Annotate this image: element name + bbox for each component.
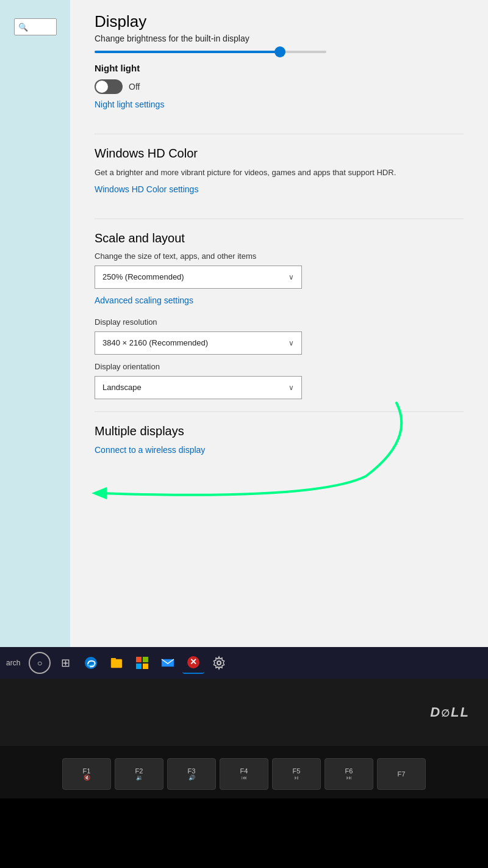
file-explorer-button[interactable] bbox=[106, 652, 127, 674]
file-explorer-icon bbox=[109, 656, 124, 670]
night-light-status: Off bbox=[129, 82, 140, 92]
scale-value: 250% (Recommended) bbox=[102, 272, 184, 281]
night-light-toggle-row: Off bbox=[95, 79, 464, 94]
resolution-label: Display resolution bbox=[95, 317, 464, 327]
svg-rect-5 bbox=[136, 657, 142, 662]
function-key-row: F1 🔇 F2 🔉 F3 🔊 F4 ⏮ F5 ⏯ F6 ⏭ F7 bbox=[62, 758, 426, 790]
scale-layout-title: Scale and layout bbox=[95, 231, 464, 245]
toggle-knob bbox=[96, 81, 108, 93]
f3-sub-icon: 🔊 bbox=[188, 775, 195, 781]
f3-key[interactable]: F3 🔊 bbox=[167, 758, 216, 790]
app-x-icon: ✕ bbox=[186, 655, 201, 670]
taskbar-search: arch bbox=[6, 659, 20, 667]
search-box[interactable]: 🔍 bbox=[14, 18, 57, 35]
orientation-dropdown[interactable]: Landscape ∨ bbox=[95, 376, 302, 399]
hd-color-desc: Get a brighter and more vibrant picture … bbox=[95, 167, 464, 179]
scale-dropdown[interactable]: 250% (Recommended) ∨ bbox=[95, 266, 302, 289]
brightness-slider-container[interactable] bbox=[95, 51, 464, 53]
orientation-chevron-icon: ∨ bbox=[289, 383, 294, 392]
f7-label: F7 bbox=[398, 770, 406, 778]
svg-rect-6 bbox=[143, 657, 148, 662]
app-x-button[interactable]: ✕ bbox=[182, 652, 204, 674]
ms-store-button[interactable] bbox=[131, 652, 153, 674]
settings-icon bbox=[212, 656, 226, 670]
brightness-label: Change brightness for the built-in displ… bbox=[95, 34, 464, 43]
sidebar: 🔍 bbox=[0, 0, 70, 647]
orientation-label: Display orientation bbox=[95, 362, 464, 371]
brightness-thumb[interactable] bbox=[274, 46, 285, 57]
f6-sub-icon: ⏭ bbox=[346, 775, 352, 781]
hd-color-settings-link[interactable]: Windows HD Color settings bbox=[95, 184, 198, 194]
edge-icon bbox=[84, 656, 98, 670]
f4-label: F4 bbox=[240, 767, 248, 775]
svg-text:✕: ✕ bbox=[190, 657, 197, 667]
scale-chevron-icon: ∨ bbox=[289, 273, 294, 281]
svg-rect-7 bbox=[136, 664, 142, 669]
taskbar: arch ○ ⊞ bbox=[0, 647, 488, 679]
mail-icon bbox=[160, 656, 175, 670]
mail-button[interactable] bbox=[157, 652, 179, 674]
f4-key[interactable]: F4 ⏮ bbox=[220, 758, 268, 790]
search-icon: 🔍 bbox=[18, 23, 28, 32]
f2-key[interactable]: F2 🔉 bbox=[115, 758, 163, 790]
night-light-toggle[interactable] bbox=[95, 79, 123, 94]
f5-label: F5 bbox=[293, 767, 301, 775]
night-light-settings-link[interactable]: Night light settings bbox=[95, 99, 164, 109]
hd-color-title: Windows HD Color bbox=[95, 146, 464, 161]
task-view-icon: ⊞ bbox=[61, 656, 70, 670]
f5-key[interactable]: F5 ⏯ bbox=[272, 758, 321, 790]
f7-key[interactable]: F7 bbox=[377, 758, 426, 790]
svg-rect-8 bbox=[143, 664, 148, 669]
svg-point-12 bbox=[217, 661, 221, 665]
f5-sub-icon: ⏯ bbox=[294, 775, 300, 781]
main-content: Display Change brightness for the built-… bbox=[70, 0, 488, 647]
resolution-dropdown[interactable]: 3840 × 2160 (Recommended) ∨ bbox=[95, 331, 302, 355]
page-title: Display bbox=[95, 12, 464, 31]
f1-label: F1 bbox=[83, 767, 91, 775]
f1-key[interactable]: F1 🔇 bbox=[62, 758, 111, 790]
taskbar-search-text: arch bbox=[6, 659, 20, 667]
keyboard-area: F1 🔇 F2 🔉 F3 🔊 F4 ⏮ F5 ⏯ F6 ⏭ F7 bbox=[0, 746, 488, 798]
task-view-button[interactable]: ⊞ bbox=[54, 652, 76, 674]
settings-button[interactable] bbox=[208, 652, 230, 674]
f4-sub-icon: ⏮ bbox=[242, 775, 247, 781]
multiple-displays-title: Multiple displays bbox=[95, 424, 464, 438]
scale-size-label: Change the size of text, apps, and other… bbox=[95, 251, 464, 261]
night-light-heading: Night light bbox=[95, 63, 464, 73]
dell-logo: D∅LL bbox=[430, 704, 470, 720]
edge-button[interactable] bbox=[80, 652, 102, 674]
f2-label: F2 bbox=[135, 767, 143, 775]
f6-key[interactable]: F6 ⏭ bbox=[325, 758, 373, 790]
brightness-track[interactable] bbox=[95, 51, 326, 53]
divider-1 bbox=[95, 134, 464, 134]
f6-label: F6 bbox=[345, 767, 353, 775]
windows-icon: ○ bbox=[37, 658, 42, 668]
resolution-value: 3840 × 2160 (Recommended) bbox=[102, 338, 208, 347]
multiple-displays-section: Multiple displays Connect to a wireless … bbox=[95, 424, 464, 467]
laptop-bezel: D∅LL bbox=[0, 679, 488, 746]
divider-3 bbox=[95, 411, 464, 412]
ms-store-icon bbox=[135, 656, 149, 670]
start-button[interactable]: ○ bbox=[29, 652, 51, 674]
f1-sub-icon: 🔇 bbox=[84, 775, 90, 781]
resolution-chevron-icon: ∨ bbox=[289, 339, 294, 347]
svg-rect-2 bbox=[111, 659, 122, 668]
connect-wireless-link[interactable]: Connect to a wireless display bbox=[95, 445, 205, 455]
orientation-value: Landscape bbox=[102, 383, 142, 392]
divider-2 bbox=[95, 219, 464, 219]
advanced-scaling-link[interactable]: Advanced scaling settings bbox=[95, 295, 193, 305]
f2-sub-icon: 🔉 bbox=[136, 775, 143, 781]
f3-label: F3 bbox=[188, 767, 196, 775]
